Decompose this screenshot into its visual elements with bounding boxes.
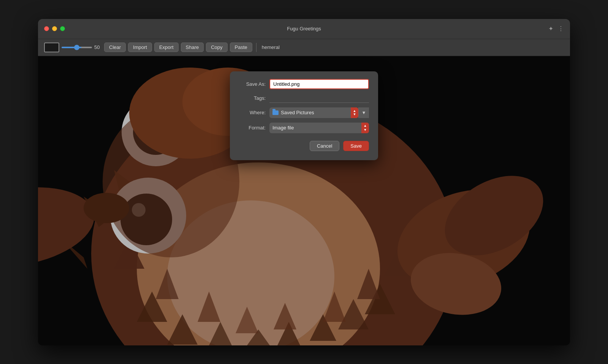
dialog-buttons: Cancel Save bbox=[239, 141, 369, 151]
modal-backdrop: Save As: Tags: Where: Saved Pictures bbox=[38, 56, 570, 345]
titlebar: Fugu Greetings ✦ ⋮ bbox=[38, 19, 570, 39]
pen-color-swatch[interactable] bbox=[44, 43, 59, 52]
where-select-inner: Saved Pictures bbox=[269, 110, 351, 115]
save-as-label: Save As: bbox=[239, 81, 266, 87]
save-as-row: Save As: bbox=[239, 79, 369, 89]
format-stepper-arrows-icon: ▲▼ bbox=[364, 124, 367, 132]
format-stepper[interactable]: ▲▼ bbox=[361, 123, 369, 133]
save-button[interactable]: Save bbox=[343, 141, 369, 151]
where-label: Where: bbox=[239, 110, 266, 115]
canvas-area[interactable]: Save As: Tags: Where: Saved Pictures bbox=[38, 56, 570, 345]
brush-size-value: 50 bbox=[94, 44, 102, 50]
format-row: Format: Image file ▲▼ bbox=[239, 123, 369, 133]
copy-button[interactable]: Copy bbox=[206, 43, 227, 52]
traffic-lights bbox=[44, 26, 65, 31]
format-label: Format: bbox=[239, 125, 266, 131]
chevron-down-icon: ▼ bbox=[362, 110, 366, 115]
ephemeral-label: hemeral bbox=[262, 44, 280, 50]
tags-label: Tags: bbox=[239, 95, 266, 101]
where-value: Saved Pictures bbox=[281, 110, 314, 115]
menu-icon[interactable]: ⋮ bbox=[558, 25, 564, 32]
format-select-container[interactable]: Image file ▲▼ bbox=[269, 123, 369, 133]
format-select-inner: Image file bbox=[269, 125, 361, 131]
toolbar: 50 Clear Import Export Share Copy Paste … bbox=[38, 39, 570, 56]
where-select-container[interactable]: Saved Pictures ▲▼ bbox=[269, 107, 358, 118]
minimize-button[interactable] bbox=[52, 26, 57, 31]
tags-row: Tags: bbox=[239, 94, 369, 103]
where-stepper[interactable]: ▲▼ bbox=[351, 107, 358, 118]
close-button[interactable] bbox=[44, 26, 49, 31]
tags-input[interactable] bbox=[269, 94, 369, 103]
stepper-arrows-icon: ▲▼ bbox=[353, 109, 356, 116]
filename-input[interactable] bbox=[269, 79, 369, 89]
share-button[interactable]: Share bbox=[181, 43, 204, 52]
window-title: Fugu Greetings bbox=[287, 26, 321, 32]
save-dialog: Save As: Tags: Where: Saved Pictures bbox=[230, 71, 378, 160]
brush-size-slider[interactable] bbox=[62, 47, 92, 48]
paste-button[interactable]: Paste bbox=[230, 43, 252, 52]
toolbar-separator bbox=[256, 43, 256, 52]
export-button[interactable]: Export bbox=[154, 43, 179, 52]
where-expand-button[interactable]: ▼ bbox=[358, 107, 369, 118]
clear-button[interactable]: Clear bbox=[104, 43, 126, 52]
extensions-icon[interactable]: ✦ bbox=[548, 25, 553, 32]
titlebar-actions: ✦ ⋮ bbox=[548, 25, 564, 32]
app-window: Fugu Greetings ✦ ⋮ 50 Clear Import Expor… bbox=[38, 19, 570, 345]
folder-icon bbox=[272, 110, 279, 115]
where-row: Where: Saved Pictures ▲▼ ▼ bbox=[239, 107, 369, 118]
maximize-button[interactable] bbox=[60, 26, 65, 31]
brush-size-container: 50 bbox=[62, 44, 102, 50]
import-button[interactable]: Import bbox=[128, 43, 152, 52]
cancel-button[interactable]: Cancel bbox=[310, 141, 339, 151]
format-value: Image file bbox=[272, 125, 294, 131]
